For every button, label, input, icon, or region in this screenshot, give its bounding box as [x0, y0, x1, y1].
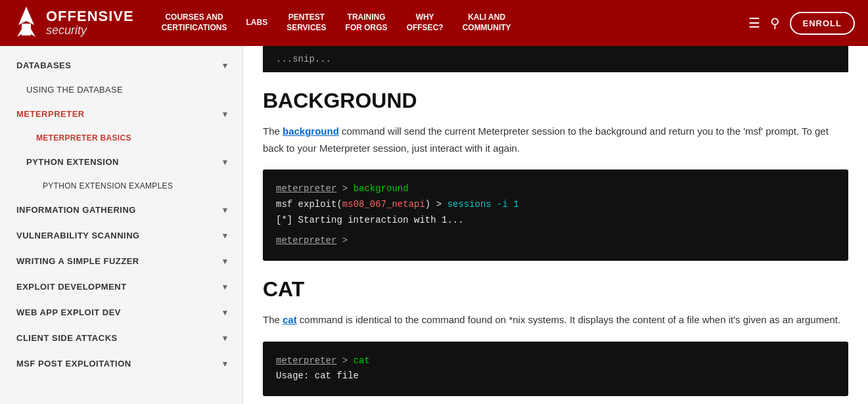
logo-offensive: OFFENSIVE: [46, 9, 134, 24]
sidebar-item-client-side[interactable]: CLIENT SIDE ATTACKS ▼: [0, 325, 242, 351]
main-nav: COURSES ANDCERTIFICATIONS LABS PENTESTSE…: [154, 7, 748, 38]
sidebar-item-using-database[interactable]: USING THE DATABASE: [0, 78, 242, 101]
background-code-block: meterpreter > background msf exploit(ms0…: [263, 169, 848, 261]
chevron-down-icon: ▼: [221, 61, 229, 70]
cat-desc-after: command is identical to the command foun…: [297, 314, 840, 325]
sidebar-label-exploit: EXPLOIT DEVELOPMENT: [16, 282, 127, 292]
cat-title: CAT: [263, 277, 848, 302]
cat-code-block: meterpreter > cat Usage: cat file: [263, 342, 848, 397]
nav-why[interactable]: WHYOFFSEC?: [399, 7, 451, 38]
sidebar-item-databases[interactable]: DATABASES ▼: [0, 53, 242, 78]
sidebar-item-msf-post[interactable]: MSF POST EXPLOITATION ▼: [0, 351, 242, 376]
logo-rocket-icon: [13, 5, 39, 41]
cat-code-line-2: Usage: cat file: [276, 369, 835, 384]
cat-keyword: cat: [283, 314, 297, 325]
svg-marker-4: [22, 35, 31, 41]
hamburger-icon[interactable]: ☰: [748, 15, 760, 31]
chevron-down-icon: ▼: [221, 110, 229, 119]
code-line-1: meterpreter > background: [276, 181, 835, 197]
logo-text: OFFENSIVE security: [46, 9, 134, 37]
sidebar-label-fuzzer: WRITING A SIMPLE FUZZER: [16, 256, 139, 266]
enroll-button[interactable]: ENROLL: [790, 12, 855, 35]
svg-rect-1: [22, 24, 31, 35]
chevron-down-icon: ▼: [221, 334, 229, 343]
chevron-down-icon: ▼: [221, 257, 229, 266]
logo-security: security: [46, 24, 134, 37]
snip-text: ...snip...: [276, 54, 331, 64]
chevron-down-icon: ▼: [221, 158, 229, 167]
cat-desc-before: The: [263, 314, 283, 325]
chevron-down-icon: ▼: [221, 308, 229, 317]
sidebar-label-databases: DATABASES: [16, 60, 71, 70]
sidebar-label-vuln: VULNERABILITY SCANNING: [16, 231, 140, 240]
sidebar-label-info: INFORMATION GATHERING: [16, 205, 136, 215]
meterpreter-link-3[interactable]: meterpreter: [276, 355, 336, 366]
nav-kali[interactable]: KALI ANDCOMMUNITY: [455, 7, 519, 38]
background-desc-after: command will send the current Meterprete…: [263, 125, 829, 154]
nav-labs[interactable]: LABS: [238, 12, 275, 34]
sidebar-item-info-gathering[interactable]: INFORMATION GATHERING ▼: [0, 197, 242, 223]
nav-right: ☰ ⚲ ENROLL: [748, 12, 855, 35]
nav-pentest[interactable]: PENTESTSERVICES: [279, 7, 334, 38]
svg-marker-3: [31, 29, 35, 37]
meterpreter-link-2[interactable]: meterpreter: [276, 235, 336, 246]
header: OFFENSIVE security COURSES ANDCERTIFICAT…: [0, 0, 868, 46]
sidebar-label-meterpreter: METERPRETER: [16, 109, 85, 119]
sidebar-item-webapp[interactable]: WEB APP EXPLOIT DEV ▼: [0, 300, 242, 325]
background-desc-before: The: [263, 125, 283, 137]
sidebar-label-client: CLIENT SIDE ATTACKS: [16, 333, 118, 343]
sidebar: DATABASES ▼ USING THE DATABASE METERPRET…: [0, 46, 243, 404]
code-cmd-background: background: [354, 183, 409, 194]
chevron-down-icon: ▼: [221, 206, 229, 215]
sidebar-label-msf: MSF POST EXPLOITATION: [16, 359, 131, 369]
code-line-3: [*] Starting interaction with 1...: [276, 213, 835, 229]
meterpreter-link-1[interactable]: meterpreter: [276, 183, 336, 194]
sidebar-label-webapp: WEB APP EXPLOIT DEV: [16, 307, 121, 317]
sidebar-item-python-examples[interactable]: PYTHON EXTENSION EXAMPLES: [0, 175, 242, 197]
sidebar-item-python-extension[interactable]: PYTHON EXTENSION ▼: [0, 149, 242, 175]
sidebar-item-meterpreter[interactable]: METERPRETER ▼: [0, 101, 242, 127]
code-cmd-cat: cat: [354, 355, 370, 366]
sidebar-label-python: PYTHON EXTENSION: [26, 157, 119, 167]
exploit-name: ms08_067_netapi: [342, 199, 425, 210]
sessions-cmd: sessions -i 1: [447, 199, 518, 210]
chevron-down-icon: ▼: [221, 359, 229, 369]
code-line-2: msf exploit(ms08_067_netapi) > sessions …: [276, 197, 835, 213]
nav-training[interactable]: TRAININGFOR ORGS: [338, 7, 396, 38]
main-content: ...snip... BACKGROUND The background com…: [243, 46, 868, 404]
search-icon[interactable]: ⚲: [770, 15, 780, 31]
svg-marker-2: [17, 29, 22, 37]
sidebar-item-fuzzer[interactable]: WRITING A SIMPLE FUZZER ▼: [0, 248, 242, 274]
sidebar-item-meterpreter-basics[interactable]: METERPRETER BASICS: [0, 127, 242, 149]
logo[interactable]: OFFENSIVE security: [13, 5, 134, 41]
background-title: BACKGROUND: [263, 89, 848, 113]
sidebar-item-exploit-dev[interactable]: EXPLOIT DEVELOPMENT ▼: [0, 274, 242, 300]
cat-code-line-1: meterpreter > cat: [276, 353, 835, 369]
background-description: The background command will send the cur…: [263, 123, 848, 156]
chevron-down-icon: ▼: [221, 282, 229, 292]
cat-description: The cat command is identical to the comm…: [263, 311, 848, 328]
chevron-down-icon: ▼: [221, 231, 229, 240]
code-line-4: meterpreter >: [276, 233, 835, 249]
main-layout: DATABASES ▼ USING THE DATABASE METERPRET…: [0, 46, 868, 404]
svg-marker-0: [18, 7, 34, 25]
snip-block: ...snip...: [263, 46, 848, 72]
nav-courses[interactable]: COURSES ANDCERTIFICATIONS: [154, 7, 235, 38]
sidebar-item-vuln-scanning[interactable]: VULNERABILITY SCANNING ▼: [0, 223, 242, 248]
background-keyword: background: [283, 125, 339, 137]
